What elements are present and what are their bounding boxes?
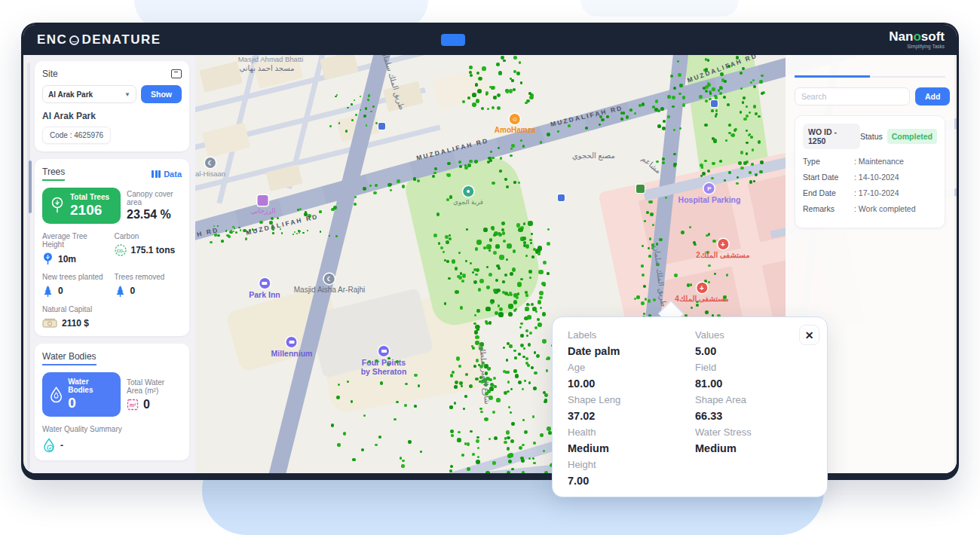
- nav-item[interactable]: [441, 34, 465, 46]
- panel-tab[interactable]: [795, 63, 870, 78]
- work-order-card[interactable]: WO ID - 1250 Status Completed Type : Mai…: [795, 115, 945, 228]
- total-trees-value: 2106: [70, 202, 109, 219]
- water-tile-label: Water Bodies: [68, 378, 114, 394]
- carbon-label: Carbon: [115, 232, 182, 240]
- water-bodies-tile: Water Bodies 0: [42, 372, 121, 417]
- nav-item[interactable]: [510, 34, 544, 46]
- total-trees-label: Total Trees: [70, 193, 109, 201]
- wo-detail-row: Start Date : 14-10-2024: [803, 173, 937, 182]
- popup-field: Labels Date palm: [568, 328, 695, 359]
- road-sign-icon: [558, 194, 565, 201]
- trees-data-button[interactable]: Data: [152, 170, 182, 179]
- popup-field: Height 7.00: [568, 457, 695, 489]
- planted-label: New trees planted: [42, 273, 110, 281]
- removed-label: Trees removed: [115, 273, 182, 281]
- columns-icon: [152, 170, 161, 178]
- water-card: Water Bodies Water Bodies 0 Total Water …: [35, 344, 189, 460]
- removed-value: 0: [130, 286, 136, 296]
- popup-left-column: Labels Date palm Age 10.00 Shape Leng 37…: [568, 328, 695, 490]
- total-trees-tile: Total Trees 2106: [42, 188, 121, 224]
- wo-detail-row: End Date : 17-10-2024: [803, 188, 937, 197]
- map-poi-icon: ☺: [510, 114, 520, 124]
- show-button[interactable]: Show: [141, 85, 182, 103]
- water-quality-icon: [42, 438, 56, 453]
- popup-field: Age 10.00: [568, 360, 695, 392]
- popup-field: Health Medium: [568, 425, 695, 457]
- wo-status-badge: Completed: [887, 129, 937, 144]
- removed-tree-icon: [115, 285, 126, 297]
- map-label: Four Points by Sheraton: [360, 346, 408, 376]
- popup-field: Water Stress Medium: [695, 425, 822, 457]
- add-button[interactable]: Add: [915, 87, 950, 105]
- capital-value: 2110 $: [62, 318, 89, 329]
- nav-item[interactable]: [471, 34, 504, 46]
- globe-icon: [69, 35, 79, 45]
- nav-item[interactable]: [363, 34, 396, 46]
- water-tile-value: 0: [68, 395, 114, 411]
- encodenature-logo: ENCDENATURE: [37, 32, 161, 47]
- map-building: [199, 61, 243, 93]
- site-select[interactable]: Al Arak Park ▼: [42, 85, 136, 103]
- map-label: Millennium: [271, 337, 313, 358]
- road-sign-icon: [378, 123, 385, 130]
- site-title: Site: [42, 69, 58, 79]
- map-poi-icon: [259, 278, 270, 289]
- tree-icon-blue: [42, 252, 54, 265]
- avg-height-label: Average Tree Height: [42, 232, 110, 249]
- sidebar-scrollbar[interactable]: [27, 63, 30, 469]
- popup-field: Shape Leng 37.02: [568, 393, 695, 424]
- wo-id-pill: WO ID - 1250: [803, 124, 860, 149]
- trees-section-title: Trees: [42, 167, 65, 181]
- road-sign-icon: [636, 185, 645, 193]
- decor-blob-top-2: [580, 0, 739, 17]
- nav-item[interactable]: [402, 34, 435, 46]
- road-sign-icon: [711, 100, 718, 107]
- panel-tab[interactable]: [870, 63, 945, 78]
- map-poi-icon: ☾: [205, 157, 216, 168]
- map-label: ☾ Masjid Aisha Ar-Rajhi: [294, 274, 365, 294]
- logo-text-right: DENATURE: [81, 32, 161, 47]
- feature-popup: ✕ Labels Date palm Age 10.00 Shape Leng …: [552, 316, 828, 497]
- canopy-value: 23.54 %: [127, 208, 182, 222]
- water-area-value: 0: [143, 398, 150, 411]
- water-area-label: Total Water Area (m²): [127, 378, 182, 395]
- map-poi-icon: +: [718, 239, 728, 249]
- new-tree-icon: [42, 285, 54, 297]
- map-label: شارع الامير سلطان: [478, 344, 492, 405]
- popup-field: Field 81.00: [695, 360, 822, 392]
- capital-label: Natural Capital: [42, 305, 182, 313]
- panel-tabs: [795, 63, 945, 78]
- water-section-title: Water Bodies: [42, 351, 96, 365]
- wo-detail-rows: Type : Maintenance Start Date : 14-10-20…: [803, 157, 937, 213]
- map-building: [432, 67, 491, 109]
- map-label: Park Inn: [249, 278, 280, 299]
- carbon-value: 175.1 tons: [131, 245, 176, 255]
- trees-card: Trees Data Total Trees 2106: [35, 159, 189, 336]
- canopy-label: Canopy cover area: [127, 190, 182, 206]
- map-label: ☺ AmoHamza: [495, 114, 535, 134]
- top-navbar: ENCDENATURE Nanosoft Simplifying Tasks: [23, 25, 957, 55]
- panel-collapse-icon[interactable]: [171, 69, 182, 78]
- water-quality-value: -: [60, 440, 63, 451]
- tree-icon: [49, 197, 66, 215]
- nav-item[interactable]: [323, 34, 357, 46]
- brand-tagline: Simplifying Tasks: [889, 44, 945, 50]
- site-name: Al Arak Park: [42, 111, 182, 121]
- left-sidebar: Site Al Arak Park ▼ Show Al Arak Park Co…: [26, 55, 195, 473]
- map-label: ☾ al-Hisaan: [195, 157, 225, 178]
- co2-icon: CO₂: [115, 244, 127, 256]
- site-card: Site Al Arak Park ▼ Show Al Arak Park Co…: [35, 61, 189, 151]
- map-label: مصنع الحجوي: [572, 151, 615, 160]
- main-nav: [323, 25, 544, 55]
- search-input[interactable]: [795, 87, 910, 105]
- map-poi-icon: ☾: [324, 274, 335, 284]
- water-quality-label: Water Quality Summary: [42, 425, 182, 433]
- nanosoft-logo: Nanosoft Simplifying Tasks: [889, 30, 945, 50]
- map-label: مشاعم: [640, 154, 663, 176]
- popup-close-button[interactable]: ✕: [799, 325, 819, 345]
- map-label: قرية الجوي: [453, 186, 483, 206]
- map-label: P Hospital Parking: [678, 183, 741, 204]
- map-building: [320, 55, 358, 80]
- chevron-down-icon: ▼: [124, 91, 130, 98]
- area-m2-icon: m²: [127, 399, 139, 411]
